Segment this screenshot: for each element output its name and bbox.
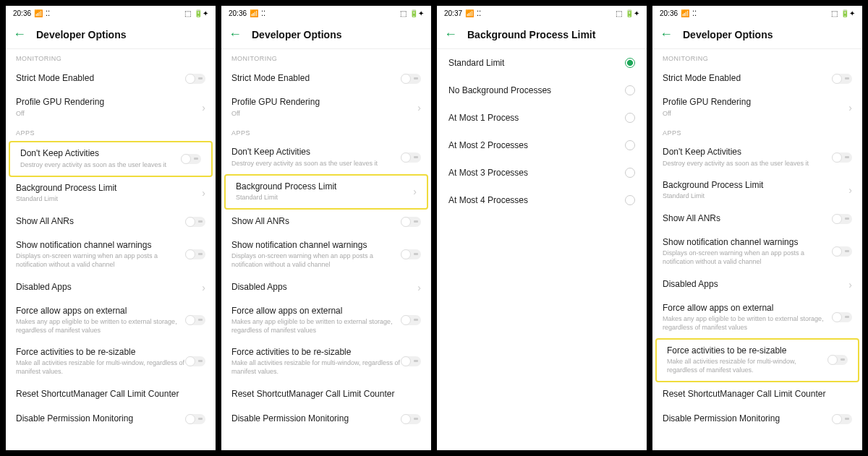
title-bar: ← Background Process Limit: [437, 20, 647, 49]
radio-option[interactable]: At Most 2 Processes: [437, 132, 647, 159]
setting-row[interactable]: Show All ANRs: [652, 207, 862, 231]
setting-row[interactable]: Force activities to be re-sizable Make a…: [655, 338, 859, 382]
radio-button[interactable]: [625, 85, 635, 95]
toggle-switch[interactable]: [401, 217, 421, 227]
setting-row-title: Force allow apps on external: [231, 306, 401, 317]
setting-row[interactable]: Disable Permission Monitoring: [6, 407, 216, 431]
back-arrow-icon[interactable]: ←: [229, 27, 242, 42]
toggle-switch[interactable]: [832, 312, 852, 322]
setting-row-title: Strict Mode Enabled: [663, 73, 832, 85]
setting-row-subtitle: Makes any app eligible to be written to …: [663, 315, 832, 332]
radio-option-label: At Most 2 Processes: [448, 140, 528, 150]
toggle-switch[interactable]: [832, 246, 852, 257]
setting-row[interactable]: Profile GPU Rendering Off ›: [221, 91, 431, 124]
setting-row[interactable]: Show notification channel warnings Displ…: [652, 231, 862, 272]
setting-row-subtitle: Standard Limit: [16, 195, 197, 204]
back-arrow-icon[interactable]: ←: [13, 27, 26, 42]
setting-row[interactable]: Show notification channel warnings Displ…: [221, 234, 431, 275]
setting-row[interactable]: Show notification channel warnings Displ…: [6, 234, 216, 275]
section-header: APPS: [6, 124, 216, 141]
setting-row[interactable]: Reset ShortcutManager Call Limit Counter: [6, 382, 216, 407]
toggle-switch[interactable]: [185, 249, 205, 259]
setting-row[interactable]: Background Process Limit Standard Limit …: [6, 177, 216, 210]
toggle-switch[interactable]: [401, 315, 421, 325]
page-title: Developer Options: [252, 29, 341, 40]
setting-row-title: Force activities to be re-sizable: [16, 347, 185, 358]
toggle-switch[interactable]: [185, 414, 205, 424]
setting-row-subtitle: Displays on-screen warning when an app p…: [16, 252, 185, 269]
toggle-switch[interactable]: [832, 74, 852, 84]
toggle-switch[interactable]: [185, 315, 205, 325]
setting-row-subtitle: Destroy every activity as soon as the us…: [231, 160, 401, 168]
setting-row[interactable]: Force activities to be re-sizable Make a…: [6, 341, 216, 382]
setting-row[interactable]: Background Process Limit Standard Limit …: [224, 174, 428, 210]
network-icon: ⁚⁚: [46, 9, 50, 17]
setting-row-title: Show All ANRs: [231, 216, 401, 228]
radio-button[interactable]: [625, 168, 635, 178]
setting-row-title: Disabled Apps: [663, 279, 844, 291]
setting-row[interactable]: Disabled Apps ›: [6, 275, 216, 300]
status-time: 20:37: [444, 9, 462, 17]
setting-row[interactable]: Show All ANRs: [221, 210, 431, 234]
options-content: Standard Limit No Background Processes A…: [437, 49, 647, 450]
back-arrow-icon[interactable]: ←: [444, 27, 457, 42]
setting-row-title: Reset ShortcutManager Call Limit Counter: [16, 389, 205, 400]
setting-row[interactable]: Don't Keep Activities Destroy every acti…: [652, 141, 862, 173]
toggle-switch[interactable]: [827, 355, 848, 365]
setting-row[interactable]: Force activities to be re-sizable Make a…: [221, 341, 431, 382]
page-title: Developer Options: [36, 29, 126, 40]
status-bar: 20:36 📶 ⁚⁚ ⬚ 🔋✦: [652, 6, 862, 20]
setting-row-subtitle: Standard Limit: [236, 194, 409, 202]
setting-row[interactable]: Strict Mode Enabled: [652, 66, 862, 91]
setting-row[interactable]: Strict Mode Enabled: [6, 66, 216, 91]
radio-button[interactable]: [625, 58, 635, 68]
setting-row-title: Strict Mode Enabled: [16, 73, 185, 85]
radio-option-label: Standard Limit: [448, 58, 504, 68]
setting-row[interactable]: Disabled Apps ›: [221, 275, 431, 300]
toggle-switch[interactable]: [401, 152, 421, 163]
setting-row[interactable]: Disabled Apps ›: [652, 272, 862, 297]
toggle-switch[interactable]: [401, 356, 421, 366]
setting-row[interactable]: Force allow apps on external Makes any a…: [6, 300, 216, 341]
setting-row[interactable]: Strict Mode Enabled: [221, 66, 431, 91]
radio-option[interactable]: At Most 1 Process: [437, 104, 647, 132]
setting-row-subtitle: Make all activities resizable for multi-…: [667, 358, 827, 374]
setting-row[interactable]: Don't Keep Activities Destroy every acti…: [221, 141, 431, 173]
toggle-switch[interactable]: [832, 214, 852, 224]
setting-row[interactable]: Background Process Limit Standard Limit …: [652, 174, 862, 207]
radio-option[interactable]: At Most 3 Processes: [437, 159, 647, 186]
radio-button[interactable]: [625, 195, 635, 205]
status-bar: 20:37 📶 ⁚⁚ ⬚ 🔋✦: [437, 6, 647, 20]
setting-row-title: Disabled Apps: [231, 282, 413, 293]
setting-row[interactable]: Reset ShortcutManager Call Limit Counter: [652, 382, 862, 407]
setting-row[interactable]: Disable Permission Monitoring: [652, 407, 862, 431]
setting-row[interactable]: Disable Permission Monitoring: [221, 407, 431, 431]
setting-row[interactable]: Reset ShortcutManager Call Limit Counter: [221, 382, 431, 407]
vibrate-icon: ⬚: [616, 9, 622, 17]
setting-row[interactable]: Show All ANRs: [6, 210, 216, 234]
toggle-switch[interactable]: [401, 249, 421, 259]
settings-content: MONITORING Strict Mode Enabled Profile G…: [6, 49, 216, 450]
toggle-switch[interactable]: [401, 414, 421, 424]
back-arrow-icon[interactable]: ←: [660, 27, 673, 42]
section-header: APPS: [221, 124, 431, 141]
radio-option[interactable]: At Most 4 Processes: [437, 186, 647, 214]
toggle-switch[interactable]: [401, 74, 421, 84]
chevron-right-icon: ›: [848, 102, 852, 113]
toggle-switch[interactable]: [181, 154, 201, 164]
radio-option[interactable]: Standard Limit: [437, 49, 647, 77]
toggle-switch[interactable]: [832, 152, 852, 163]
setting-row[interactable]: Profile GPU Rendering Off ›: [652, 91, 862, 124]
toggle-switch[interactable]: [185, 356, 205, 366]
setting-row[interactable]: Force allow apps on external Makes any a…: [221, 300, 431, 341]
radio-button[interactable]: [625, 113, 635, 123]
setting-row[interactable]: Don't Keep Activities Destroy every acti…: [9, 141, 213, 176]
radio-option[interactable]: No Background Processes: [437, 77, 647, 104]
section-header: MONITORING: [652, 49, 862, 66]
toggle-switch[interactable]: [832, 414, 852, 424]
toggle-switch[interactable]: [185, 217, 205, 227]
setting-row[interactable]: Force allow apps on external Makes any a…: [652, 297, 862, 338]
setting-row[interactable]: Profile GPU Rendering Off ›: [6, 91, 216, 124]
radio-button[interactable]: [625, 140, 635, 150]
toggle-switch[interactable]: [185, 74, 205, 84]
